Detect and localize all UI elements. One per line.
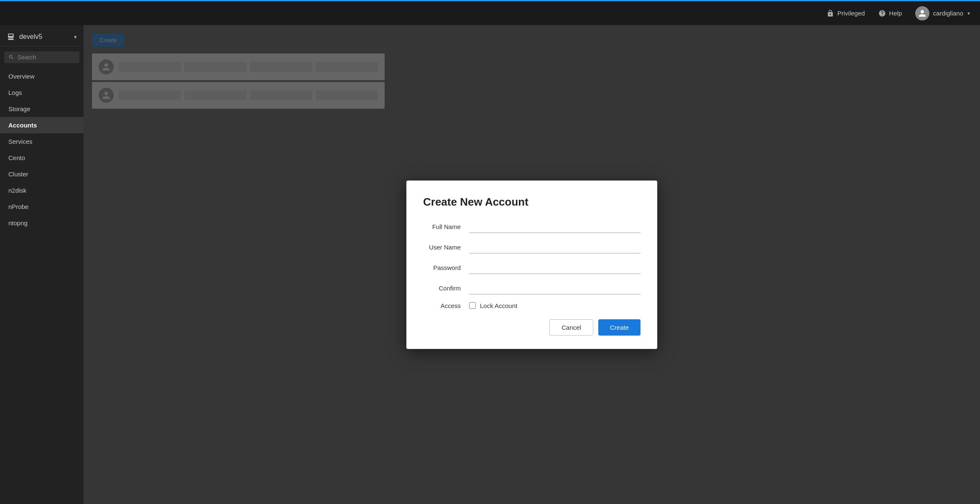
user-name-row: User Name xyxy=(423,241,641,254)
help-icon xyxy=(878,10,886,17)
create-button[interactable]: Create xyxy=(598,319,641,336)
sidebar-item-n2disk[interactable]: n2disk xyxy=(0,182,84,199)
server-icon xyxy=(7,33,15,41)
sidebar-item-storage[interactable]: Storage xyxy=(0,101,84,117)
privileged-item[interactable]: Privileged xyxy=(827,10,865,17)
content-area: Create xyxy=(84,25,980,504)
modal-footer: Cancel Create xyxy=(423,319,641,336)
sidebar-item-logs[interactable]: Logs xyxy=(0,84,84,101)
main-layout: develv5 ▾ Overview Logs Storage Accounts… xyxy=(0,25,980,504)
full-name-row: Full Name xyxy=(423,220,641,233)
user-name-input[interactable] xyxy=(469,241,641,254)
user-menu[interactable]: cardigliano ▾ xyxy=(915,6,970,20)
create-account-modal: Create New Account Full Name User Name P… xyxy=(406,181,657,349)
confirm-label: Confirm xyxy=(423,285,461,292)
avatar xyxy=(915,6,929,20)
sidebar-item-accounts[interactable]: Accounts xyxy=(0,117,84,133)
confirm-input[interactable] xyxy=(469,282,641,295)
user-name-label: User Name xyxy=(423,244,461,251)
full-name-input[interactable] xyxy=(469,220,641,233)
sidebar-item-overview[interactable]: Overview xyxy=(0,68,84,84)
sidebar-nav: Overview Logs Storage Accounts Services … xyxy=(0,68,84,239)
full-name-label: Full Name xyxy=(423,223,461,230)
password-row: Password xyxy=(423,261,641,274)
checkbox-group: Lock Account xyxy=(469,302,517,309)
user-label: cardigliano xyxy=(933,10,963,17)
password-label: Password xyxy=(423,264,461,271)
lock-icon xyxy=(827,10,834,17)
privileged-label: Privileged xyxy=(837,10,865,17)
top-bar: Privileged Help cardigliano ▾ xyxy=(0,0,980,25)
sidebar-item-cluster[interactable]: Cluster xyxy=(0,166,84,182)
sidebar-item-nprobe[interactable]: nProbe xyxy=(0,199,84,215)
password-input[interactable] xyxy=(469,261,641,274)
sidebar-header: develv5 ▾ xyxy=(0,25,84,46)
sidebar-item-services[interactable]: Services xyxy=(0,133,84,150)
sidebar-item-cento[interactable]: Cento xyxy=(0,150,84,166)
sidebar-title: develv5 xyxy=(19,33,70,41)
confirm-row: Confirm xyxy=(423,282,641,295)
modal-title: Create New Account xyxy=(423,196,641,209)
search-box[interactable] xyxy=(4,51,79,63)
sidebar: develv5 ▾ Overview Logs Storage Accounts… xyxy=(0,25,84,504)
help-item[interactable]: Help xyxy=(878,10,902,17)
cancel-button[interactable]: Cancel xyxy=(549,319,593,336)
access-label: Access xyxy=(423,302,461,309)
access-row: Access Lock Account xyxy=(423,302,641,309)
sidebar-item-ntopng[interactable]: ntopng xyxy=(0,215,84,231)
search-input[interactable] xyxy=(18,54,75,61)
help-label: Help xyxy=(889,10,902,17)
lock-account-checkbox[interactable] xyxy=(469,302,476,309)
modal-overlay: Create New Account Full Name User Name P… xyxy=(84,25,980,504)
sidebar-dropdown-caret[interactable]: ▾ xyxy=(74,34,77,40)
search-icon xyxy=(8,54,14,60)
lock-account-label: Lock Account xyxy=(480,302,517,309)
user-caret: ▾ xyxy=(967,10,970,16)
